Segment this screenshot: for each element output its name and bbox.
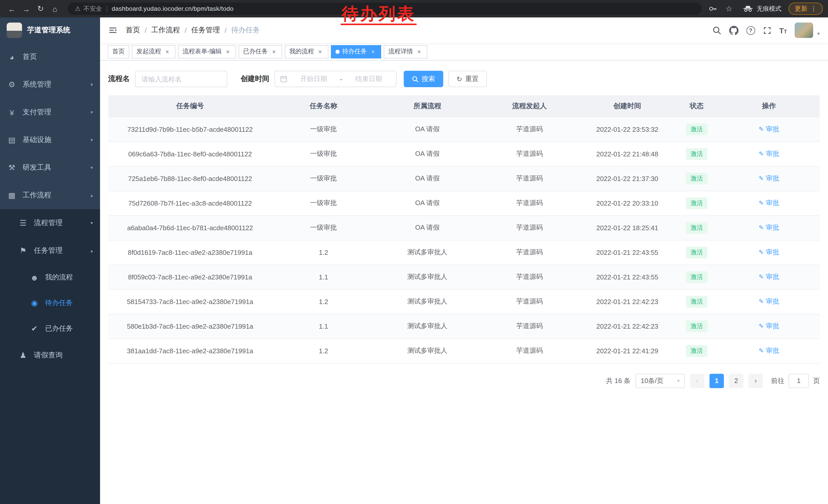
page-unit-label: 页 [813, 376, 820, 385]
close-icon[interactable]: × [317, 48, 324, 55]
approve-link[interactable]: ✎ 审批 [759, 198, 779, 208]
calendar-icon [280, 75, 287, 83]
breadcrumb-workflow[interactable]: 工作流程 [151, 26, 180, 35]
back-icon[interactable]: ← [5, 2, 18, 15]
approve-link[interactable]: ✎ 审批 [759, 149, 779, 158]
active-dot-icon [335, 49, 340, 54]
sidebar-item-done-tasks[interactable]: ✔ 已办任务 [0, 316, 100, 341]
page-button-1[interactable]: 1 [709, 373, 724, 388]
sidebar-item-todo-tasks[interactable]: ◉ 待办任务 [0, 290, 100, 316]
next-page-button[interactable]: › [748, 373, 763, 388]
task-flag-icon: ⚑ [18, 246, 28, 255]
close-icon[interactable]: × [164, 48, 171, 55]
status-badge: 激活 [686, 173, 707, 184]
approve-link[interactable]: ✎ 审批 [759, 321, 779, 331]
cell-task-id: 381aa1dd-7ac8-11ec-a9e2-a2380e71991a [108, 338, 272, 363]
tab-process-form-edit[interactable]: 流程表单-编辑 × [178, 45, 236, 58]
forward-icon[interactable]: → [19, 2, 33, 15]
font-size-icon[interactable]: TT [779, 26, 787, 35]
sidebar-item-workflow[interactable]: ▦ 工作流程 ▴ [0, 182, 100, 209]
cell-created: 2022-01-22 18:25:41 [579, 215, 675, 240]
tab-initiate-process[interactable]: 发起流程 × [132, 45, 175, 58]
date-range-picker[interactable]: 开始日期 - 结束日期 [275, 71, 397, 87]
approve-link[interactable]: ✎ 审批 [759, 223, 779, 232]
table-row: 75d72608-7b7f-11ec-a3c8-acde48001122 一级审… [108, 191, 820, 215]
close-icon[interactable]: × [369, 48, 377, 55]
tab-todo-tasks[interactable]: 待办任务 × [331, 45, 381, 58]
goto-page-input[interactable] [788, 373, 809, 388]
range-separator: - [340, 75, 342, 83]
avatar[interactable] [795, 22, 813, 38]
page-button-2[interactable]: 2 [729, 373, 743, 388]
search-icon [412, 76, 419, 82]
tab-home[interactable]: 首页 [108, 45, 129, 58]
cell-task-id: 069c6a63-7b8a-11ec-8ef0-acde48001122 [108, 141, 272, 166]
end-date-placeholder[interactable]: 结束日期 [346, 74, 391, 84]
close-icon[interactable]: × [416, 48, 423, 55]
home-icon[interactable]: ⌂ [48, 2, 61, 15]
url-text[interactable]: dashboard.yudao.iocoder.cn/bpm/task/todo [112, 5, 234, 12]
cell-created: 2022-01-22 21:48:48 [579, 141, 675, 166]
approve-link[interactable]: ✎ 审批 [759, 248, 779, 257]
tab-label: 发起流程 [136, 47, 161, 56]
cell-task-id: 73211d9d-7b9b-11ec-b5b7-acde48001122 [108, 117, 272, 141]
password-key-icon[interactable] [708, 4, 717, 13]
cell-created: 2022-01-21 22:42:23 [579, 289, 675, 314]
reload-icon[interactable]: ↻ [34, 2, 47, 15]
sidebar-item-system[interactable]: ⚙ 系统管理 ▾ [0, 71, 100, 98]
table-row: 8f0d1619-7ac8-11ec-a9e2-a2380e71991a 1.2… [108, 240, 820, 265]
tab-process-detail[interactable]: 流程详情 × [384, 45, 427, 58]
sidebar-item-infra[interactable]: ▤ 基础设施 ▾ [0, 126, 100, 154]
address-bar[interactable]: ⚠ 不安全 dashboard.yudao.iocoder.cn/bpm/tas… [68, 3, 702, 15]
approve-link[interactable]: ✎ 审批 [759, 174, 779, 183]
close-icon[interactable]: × [271, 48, 278, 55]
start-date-placeholder[interactable]: 开始日期 [291, 74, 336, 84]
cell-action: ✎ 审批 [718, 215, 820, 240]
approve-link[interactable]: ✎ 审批 [759, 272, 779, 281]
sidebar-item-task-manage[interactable]: ⚑ 任务管理 ▴ [0, 237, 100, 265]
fullscreen-icon[interactable] [762, 26, 771, 35]
sidebar-item-home[interactable]: ◕ 首页 [0, 43, 100, 71]
approve-label: 审批 [766, 248, 779, 257]
sidebar-item-leave-query[interactable]: ♟ 请假查询 [0, 341, 100, 369]
approve-label: 审批 [766, 198, 779, 208]
search-icon[interactable] [712, 26, 721, 35]
reset-button[interactable]: ↻ 重置 [448, 71, 487, 87]
tab-done-tasks[interactable]: 已办任务 × [239, 45, 282, 58]
prev-page-button[interactable]: ‹ [690, 373, 704, 388]
page-size-select[interactable]: 10条/页 ▾ [636, 373, 685, 388]
tab-label: 待办任务 [342, 47, 367, 56]
sidebar-item-process-manage[interactable]: ☰ 流程管理 ▾ [0, 209, 100, 237]
chevron-down-icon: ▾ [90, 165, 93, 170]
status-badge: 激活 [686, 271, 707, 283]
cell-process: 测试多审批人 [375, 265, 480, 289]
approve-link[interactable]: ✎ 审批 [759, 346, 779, 355]
status-badge: 激活 [686, 246, 707, 258]
security-label[interactable]: 不安全 [84, 4, 102, 13]
approve-label: 审批 [766, 297, 779, 306]
sidebar-item-my-process[interactable]: ☻ 我的流程 [0, 265, 100, 290]
menu-dots-icon[interactable]: ⋮ [811, 5, 817, 12]
bookmark-star-icon[interactable]: ☆ [722, 2, 736, 15]
tab-my-process[interactable]: 我的流程 × [285, 45, 328, 58]
cell-starter: 芋道源码 [480, 289, 579, 314]
search-button[interactable]: 搜索 [404, 71, 443, 87]
browser-chrome: ← → ↻ ⌂ ⚠ 不安全 dashboard.yudao.iocoder.cn… [0, 0, 828, 17]
sidebar-item-payment[interactable]: ¥ 支付管理 ▾ [0, 98, 100, 126]
approve-link[interactable]: ✎ 审批 [759, 125, 779, 134]
edit-pen-icon: ✎ [759, 150, 764, 157]
close-icon[interactable]: × [224, 48, 232, 55]
breadcrumb-task-manage[interactable]: 任务管理 [191, 26, 220, 35]
cell-task-name: 1.2 [272, 338, 375, 363]
app-logo[interactable]: 芋道管理系统 [0, 17, 100, 43]
help-question-icon[interactable]: ? [746, 26, 755, 35]
approve-link[interactable]: ✎ 审批 [759, 297, 779, 306]
breadcrumb-home[interactable]: 首页 [126, 26, 140, 35]
github-icon[interactable] [729, 26, 739, 35]
update-button[interactable]: 更新 ⋮ [788, 3, 823, 15]
sidebar-item-devtools[interactable]: ⚒ 研发工具 ▾ [0, 154, 100, 182]
top-navbar: 首页 / 工作流程 / 任务管理 / 待办任务 [100, 17, 828, 43]
hamburger-icon[interactable] [108, 26, 118, 35]
avatar-caret-icon[interactable]: ▾ [817, 31, 820, 38]
process-name-input[interactable] [135, 71, 227, 87]
